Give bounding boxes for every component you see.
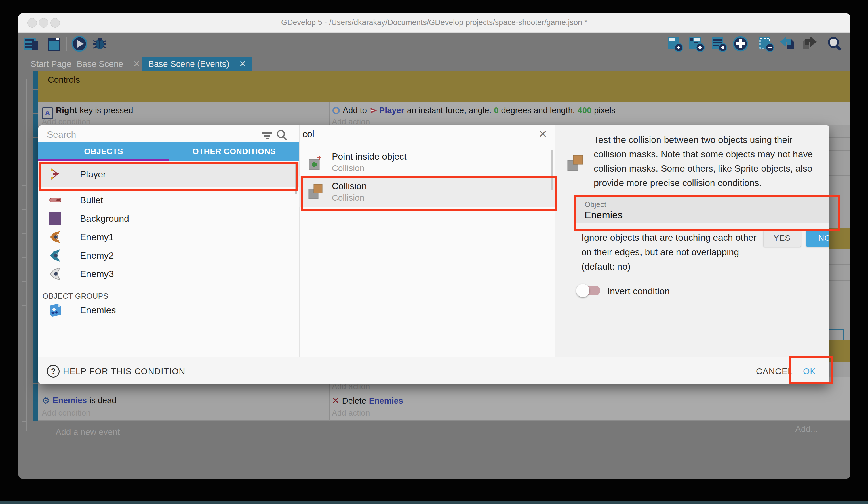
- object-label: Background: [80, 213, 129, 224]
- play-icon[interactable]: [71, 36, 88, 52]
- condition-description: Test the collision between two objects u…: [594, 132, 824, 190]
- add-new-event-link[interactable]: Add a new event: [55, 427, 120, 437]
- background-object-icon: [48, 212, 62, 225]
- condition-object: Enemies: [53, 396, 87, 405]
- row-border: [829, 264, 850, 265]
- object-groups-header: OBJECT GROUPS: [43, 292, 108, 301]
- result-title: Point inside object: [332, 151, 407, 162]
- action-angle: 0: [494, 106, 498, 115]
- project-manager-icon[interactable]: [23, 36, 40, 52]
- object-search-input[interactable]: Search: [47, 129, 76, 140]
- event-tree-corner: [22, 431, 31, 431]
- delete-cross-icon: ✕: [332, 395, 340, 406]
- event-tree-tick: [22, 114, 27, 114]
- condition-search-input[interactable]: col: [302, 129, 314, 139]
- action-object: Enemies: [369, 396, 403, 405]
- tab-label: Start Page: [31, 59, 71, 69]
- object-item-enemy2[interactable]: Enemy2: [38, 246, 299, 265]
- tab-base-scene-events[interactable]: Base Scene (Events)✕: [142, 57, 252, 71]
- help-icon[interactable]: ?: [47, 365, 60, 377]
- enemy2-object-icon: [48, 249, 62, 262]
- invert-condition-label: Invert condition: [607, 286, 670, 296]
- object-item-bullet[interactable]: Bullet: [38, 191, 299, 209]
- debug-icon[interactable]: [92, 36, 108, 52]
- toolbar-separator: [823, 37, 823, 51]
- tab-bar: Start Page Base Scene✕ Base Scene (Event…: [18, 57, 850, 71]
- group-label: Controls: [48, 75, 80, 84]
- cancel-button[interactable]: CANCEL: [756, 366, 793, 376]
- tab-start-page[interactable]: Start Page: [27, 57, 75, 71]
- event-selection-bar: [32, 71, 38, 421]
- add-action-link[interactable]: Add action: [332, 409, 370, 417]
- tab-base-scene[interactable]: Base Scene✕: [75, 57, 142, 71]
- result-subtitle: Collision: [332, 163, 364, 173]
- group-item-enemies[interactable]: Enemies: [38, 301, 299, 319]
- condition-text: ⚙Enemiesis dead: [42, 395, 119, 406]
- collision-icon: [566, 154, 583, 172]
- ignore-edges-label: Ignore objects that are touching each ot…: [581, 230, 766, 274]
- add-comment-icon[interactable]: [711, 36, 727, 52]
- condition-detail-panel: Test the collision between two objects u…: [556, 125, 829, 357]
- action-text: Add toPlayeran instant force, angle:0deg…: [332, 106, 618, 115]
- object-item-enemy3[interactable]: Enemy3: [38, 265, 299, 283]
- player-mini-icon: [370, 107, 378, 115]
- clear-search-icon[interactable]: ✕: [538, 128, 547, 140]
- scene-editor-icon[interactable]: [46, 36, 63, 52]
- close-tab-icon[interactable]: ✕: [133, 57, 140, 71]
- bar-gap: [32, 391, 38, 391]
- event-tree-tick: [22, 305, 27, 305]
- action-length: 400: [578, 106, 591, 115]
- condition-cell[interactable]: ⚙Enemiesis dead Add condition: [38, 391, 330, 421]
- invert-toggle-knob[interactable]: [576, 284, 589, 297]
- help-button[interactable]: HELP FOR THIS CONDITION: [63, 366, 185, 376]
- event-tree-spine: [27, 79, 27, 431]
- enemies-group-icon: [48, 303, 62, 317]
- event-tree-tick: [22, 138, 27, 138]
- object-item-enemy1[interactable]: Enemy1: [38, 228, 299, 246]
- action-cell[interactable]: ✕DeleteEnemies Add action: [330, 391, 850, 421]
- add-circle-icon[interactable]: [732, 36, 749, 52]
- add-condition-link[interactable]: Add condition: [42, 409, 91, 417]
- delete-event-icon[interactable]: [758, 36, 774, 52]
- action-mid: an instant force, angle:: [407, 106, 491, 115]
- event-tree-tick: [22, 377, 27, 377]
- row-border: [829, 312, 850, 312]
- event-tree-tick: [22, 281, 27, 282]
- search-toolbar-icon[interactable]: [826, 36, 843, 52]
- row-border: [829, 150, 850, 151]
- redo-icon[interactable]: [801, 36, 818, 52]
- event-tree-tick: [22, 421, 27, 422]
- titlebar: GDevelop 5 - /Users/dkarakay/Documents/G…: [18, 13, 850, 32]
- object-label: Enemy2: [80, 250, 114, 261]
- condition-cell[interactable]: ARightkey is pressed Add condition: [38, 102, 330, 127]
- key-name: Right: [56, 106, 77, 115]
- undo-icon[interactable]: [779, 36, 795, 52]
- app-window: GDevelop 5 - /Users/dkarakay/Documents/G…: [18, 13, 850, 479]
- add-subevent-icon[interactable]: [688, 36, 705, 52]
- enemy1-object-icon: [48, 230, 62, 244]
- row-border: [829, 137, 850, 138]
- add-event-icon[interactable]: [666, 36, 683, 52]
- no-button[interactable]: NO: [806, 230, 829, 246]
- tab-objects[interactable]: OBJECTS: [38, 142, 169, 161]
- event-tree-tick: [22, 162, 27, 162]
- object-item-background[interactable]: Background: [38, 209, 299, 228]
- action-cell[interactable]: Add toPlayeran instant force, angle:0deg…: [330, 102, 850, 127]
- filter-icon[interactable]: [261, 130, 273, 142]
- event-tree-tick: [22, 209, 27, 210]
- result-point-inside-object[interactable]: Point inside object Collision: [299, 148, 556, 175]
- tab-other-conditions[interactable]: OTHER CONDITIONS: [169, 142, 299, 161]
- add-more-link[interactable]: Add...: [795, 424, 818, 434]
- search-underline: [299, 144, 556, 144]
- row-border: [829, 163, 850, 163]
- bar-gap: [32, 383, 38, 384]
- close-tab-icon[interactable]: ✕: [239, 57, 246, 71]
- enemy3-object-icon: [48, 267, 62, 281]
- row-border: [829, 280, 850, 281]
- event-group-header[interactable]: Controls: [38, 71, 850, 102]
- event-tree-tick: [22, 257, 27, 258]
- yes-button[interactable]: YES: [764, 230, 800, 246]
- bar-gap: [32, 89, 38, 90]
- dialog-footer: ? HELP FOR THIS CONDITION CANCEL OK: [38, 357, 829, 384]
- annotation-object-field: [574, 195, 840, 231]
